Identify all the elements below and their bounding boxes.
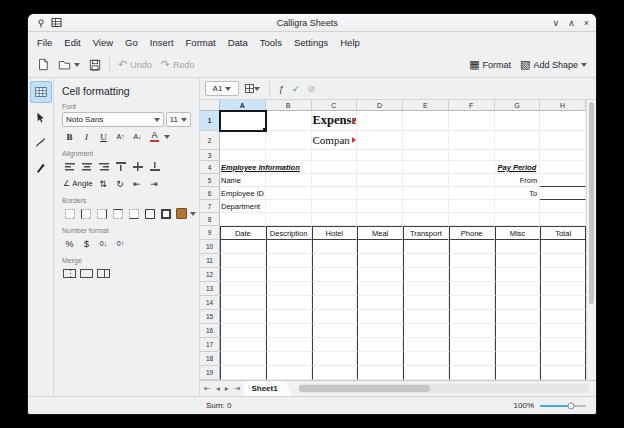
split-cells-button[interactable]: [96, 266, 111, 281]
cell-F12[interactable]: [449, 268, 495, 282]
cell-H11[interactable]: [540, 254, 586, 268]
title-bar[interactable]: Calligra Sheets ∨ ∧ ×: [28, 14, 596, 32]
cell-E18[interactable]: [403, 352, 449, 366]
cell-A7[interactable]: Department: [220, 200, 266, 213]
formula-input[interactable]: [321, 81, 591, 96]
freehand-tool-button[interactable]: [30, 131, 52, 153]
cell-E11[interactable]: [403, 254, 449, 268]
last-sheet-button[interactable]: ⇥: [232, 384, 243, 393]
cell-D9[interactable]: Meal: [357, 226, 403, 240]
align-top-button[interactable]: [113, 159, 128, 174]
cell-A18[interactable]: [220, 352, 266, 366]
cell-B13[interactable]: [266, 282, 312, 296]
row-header-12[interactable]: 12: [200, 268, 220, 282]
format-button[interactable]: ▦ Format: [465, 55, 515, 75]
cell-D10[interactable]: [357, 240, 403, 254]
cell-C8[interactable]: [312, 213, 358, 226]
app-icon[interactable]: [51, 17, 62, 28]
row-header-5[interactable]: 5: [200, 174, 220, 187]
column-header-F[interactable]: F: [449, 100, 495, 111]
cell-B7[interactable]: [266, 200, 312, 213]
cell-H2[interactable]: [540, 131, 586, 150]
cell-D16[interactable]: [357, 324, 403, 338]
cell-D11[interactable]: [357, 254, 403, 268]
cell-H4[interactable]: [540, 161, 586, 174]
cell-C2[interactable]: Compan: [312, 131, 358, 150]
cell-F19[interactable]: [449, 366, 495, 380]
cell-H3[interactable]: [540, 150, 586, 161]
first-sheet-button[interactable]: ⇤: [202, 384, 213, 393]
cell-A9[interactable]: Date: [220, 226, 266, 240]
cell-B2[interactable]: [266, 131, 312, 150]
bold-button[interactable]: B: [62, 129, 77, 144]
cell-C16[interactable]: [312, 324, 358, 338]
cell-C4[interactable]: [312, 161, 358, 174]
cell-A19[interactable]: [220, 366, 266, 380]
cell-G9[interactable]: Misc: [495, 226, 541, 240]
cell-F5[interactable]: [449, 174, 495, 187]
cell-A2[interactable]: [220, 131, 266, 150]
menu-data[interactable]: Data: [222, 34, 254, 51]
zoom-slider[interactable]: [540, 401, 586, 410]
row-header-16[interactable]: 16: [200, 324, 220, 338]
row-header-9[interactable]: 9: [200, 226, 220, 240]
cell-A14[interactable]: [220, 296, 266, 310]
cell-D18[interactable]: [357, 352, 403, 366]
cell-F8[interactable]: [449, 213, 495, 226]
cell-H5[interactable]: [540, 174, 586, 187]
border-all-button[interactable]: [142, 206, 157, 221]
cell-H15[interactable]: [540, 310, 586, 324]
vertical-scrollbar[interactable]: [586, 100, 596, 380]
cell-F1[interactable]: [449, 111, 495, 131]
new-document-button[interactable]: [33, 55, 53, 75]
align-right-button[interactable]: [96, 159, 111, 174]
cell-D2[interactable]: [357, 131, 403, 150]
row-header-8[interactable]: 8: [200, 213, 220, 226]
cell-G12[interactable]: [495, 268, 541, 282]
row-header-15[interactable]: 15: [200, 310, 220, 324]
cell-H17[interactable]: [540, 338, 586, 352]
merge-center-button[interactable]: [79, 266, 94, 281]
cell-G8[interactable]: [495, 213, 541, 226]
font-family-select[interactable]: Noto Sans: [62, 112, 164, 127]
cell-E6[interactable]: [403, 187, 449, 200]
cell-D13[interactable]: [357, 282, 403, 296]
insert-function-button[interactable]: ƒ: [277, 84, 286, 94]
cell-B10[interactable]: [266, 240, 312, 254]
cell-D3[interactable]: [357, 150, 403, 161]
cell-H18[interactable]: [540, 352, 586, 366]
cell-G2[interactable]: [495, 131, 541, 150]
cell-B15[interactable]: [266, 310, 312, 324]
row-header-3[interactable]: 3: [200, 150, 220, 161]
cell-C18[interactable]: [312, 352, 358, 366]
cell-E16[interactable]: [403, 324, 449, 338]
cell-G14[interactable]: [495, 296, 541, 310]
border-none-button[interactable]: [62, 206, 77, 221]
border-bottom-button[interactable]: [126, 206, 141, 221]
cell-F15[interactable]: [449, 310, 495, 324]
cell-D8[interactable]: [357, 213, 403, 226]
align-center-button[interactable]: [79, 159, 94, 174]
superscript-button[interactable]: A↑: [113, 129, 128, 144]
apply-button[interactable]: ✓: [290, 84, 302, 94]
zoom-slider-handle[interactable]: [568, 402, 575, 409]
cell-E9[interactable]: Transport: [403, 226, 449, 240]
menu-help[interactable]: Help: [334, 34, 366, 51]
cell-F3[interactable]: [449, 150, 495, 161]
cell-E8[interactable]: [403, 213, 449, 226]
cell-C6[interactable]: [312, 187, 358, 200]
calligraphy-tool-button[interactable]: [30, 156, 52, 178]
border-right-button[interactable]: [94, 206, 109, 221]
cell-G17[interactable]: [495, 338, 541, 352]
horizontal-scrollbar[interactable]: [298, 384, 589, 393]
cell-D19[interactable]: [357, 366, 403, 380]
cell-A13[interactable]: [220, 282, 266, 296]
cell-H6[interactable]: [540, 187, 586, 200]
menu-view[interactable]: View: [87, 34, 119, 51]
cell-A5[interactable]: Name: [220, 174, 266, 187]
cell-A3[interactable]: [220, 150, 266, 161]
font-color-chevron-icon[interactable]: [164, 135, 170, 142]
cell-G6[interactable]: To: [495, 187, 541, 200]
maximize-button[interactable]: ∧: [568, 18, 575, 28]
add-shape-button[interactable]: ▧ Add Shape: [516, 55, 591, 75]
